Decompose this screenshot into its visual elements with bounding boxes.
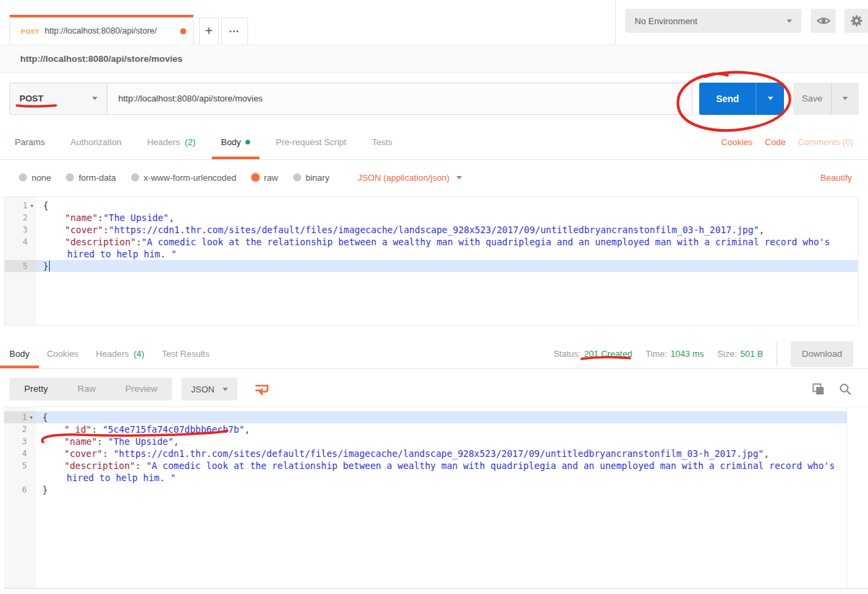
time-value: 1043 ms	[670, 349, 704, 359]
response-body-editor[interactable]: 1▾{2 "_id": "5c4e715fa74c07dbbb6ecb7b",3…	[4, 407, 868, 589]
size-indicator: Size: 501 B	[717, 349, 763, 359]
request-tabs: Params Authorization Headers (2) Body Pr…	[15, 124, 392, 159]
beautify-link[interactable]: Beautify	[820, 173, 852, 183]
section-gap	[0, 326, 868, 339]
radio-raw[interactable]: raw	[251, 173, 278, 183]
tab-authorization[interactable]: Authorization	[71, 124, 122, 159]
chevron-down-icon	[842, 97, 848, 100]
radio-binary[interactable]: binary	[293, 173, 329, 183]
view-raw[interactable]: Raw	[63, 378, 110, 400]
code-line: 1▾{	[4, 411, 868, 423]
footer-strip	[0, 589, 868, 594]
response-language-dropdown[interactable]: JSON	[182, 378, 237, 400]
code-link[interactable]: Code	[765, 137, 786, 147]
tab-body[interactable]: Body	[221, 124, 251, 159]
send-button-group: Send	[699, 83, 784, 115]
cookies-link[interactable]: Cookies	[721, 137, 753, 147]
code-line: 3 "cover":"https://cdn1.thr.com/sites/de…	[5, 224, 858, 236]
size-value: 501 B	[740, 349, 763, 359]
code-line: 6}	[4, 484, 868, 496]
environment-selector[interactable]: No Environment	[625, 9, 801, 33]
view-preview[interactable]: Preview	[110, 378, 172, 400]
app-header: POST http://localhost:8080/api/store/ + …	[0, 0, 868, 44]
method-value: POST	[19, 93, 43, 103]
search-icon[interactable]	[838, 382, 852, 396]
chevron-down-icon	[457, 176, 462, 179]
code-line: 3 "name": "The Upside",	[4, 435, 868, 448]
radio-form-data[interactable]: form-data	[66, 173, 116, 183]
radio-none[interactable]: none	[19, 173, 51, 183]
body-type-row: none form-data x-www-form-urlencoded raw…	[0, 160, 868, 195]
word-wrap-icon	[253, 382, 270, 396]
save-button-group: Save	[793, 83, 859, 115]
breadcrumb: http://localhost:8080/api/store/movies	[0, 44, 868, 73]
response-headers-count-badge: (4)	[134, 349, 145, 359]
request-tab[interactable]: POST http://localhost:8080/api/store/	[9, 15, 194, 44]
response-view-switcher: Pretty Raw Preview	[9, 378, 172, 400]
environment-label: No Environment	[635, 16, 697, 26]
code-line: 5}	[5, 260, 858, 272]
status-indicator: Status: 201 Created	[553, 349, 632, 359]
save-button[interactable]: Save	[793, 83, 831, 115]
send-options-button[interactable]	[756, 83, 784, 115]
request-bar: POST http://localhost:8080/api/store/mov…	[0, 73, 868, 124]
body-has-content-dot-icon	[245, 140, 250, 144]
scrollbar-track[interactable]	[846, 407, 868, 588]
headers-count-badge: (2)	[185, 137, 196, 147]
code-line: 2 "name":"The Upside",	[5, 212, 858, 224]
tab-response-cookies[interactable]: Cookies	[47, 339, 79, 368]
content-type-dropdown[interactable]: JSON (application/json)	[358, 173, 463, 183]
radio-icon	[131, 173, 139, 181]
new-tab-button[interactable]: +	[199, 17, 219, 44]
divider	[777, 342, 777, 366]
response-meta: Status: 201 Created Time: 1043 ms Size: …	[553, 339, 853, 368]
tab-pre-request-script[interactable]: Pre-request Script	[276, 124, 346, 159]
tab-headers[interactable]: Headers (2)	[147, 124, 196, 159]
settings-button[interactable]	[844, 9, 868, 33]
unsaved-changes-dot-icon	[180, 28, 186, 34]
chevron-down-icon	[92, 97, 97, 100]
send-button[interactable]: Send	[699, 83, 756, 115]
code-line: 5 "description": "A comedic look at the …	[4, 460, 868, 484]
tab-response-headers[interactable]: Headers (4)	[96, 339, 145, 368]
status-value: 201 Created	[584, 349, 633, 359]
tab-params[interactable]: Params	[15, 124, 45, 159]
tab-url-label: http://localhost:8080/api/store/	[44, 26, 175, 36]
response-tools	[812, 382, 852, 396]
header-divider	[615, 0, 616, 44]
response-tabs-row: Body Cookies Headers (4) Test Results St…	[0, 339, 868, 369]
response-toolbar: Pretty Raw Preview JSON	[0, 369, 868, 407]
download-button[interactable]: Download	[791, 341, 853, 367]
save-options-button[interactable]	[831, 83, 859, 115]
comments-link[interactable]: Comments (0)	[798, 137, 853, 147]
tab-method-label: POST	[21, 28, 39, 35]
code-line: 4 "cover": "https://cdn1.thr.com/sites/d…	[4, 448, 868, 460]
response-tabs: Body Cookies Headers (4) Test Results	[9, 339, 209, 368]
gear-icon	[849, 13, 864, 28]
radio-icon	[293, 173, 301, 181]
copy-icon[interactable]	[812, 382, 825, 396]
tab-test-results[interactable]: Test Results	[162, 339, 210, 368]
environment-preview-button[interactable]	[811, 9, 836, 33]
radio-icon	[19, 173, 27, 181]
chevron-down-icon	[223, 388, 228, 391]
view-pretty[interactable]: Pretty	[9, 378, 63, 400]
chevron-down-icon	[768, 97, 773, 100]
radio-selected-icon	[251, 173, 260, 181]
code-line: 4 "description":"A comedic look at the r…	[5, 236, 858, 260]
radio-x-www-form-urlencoded[interactable]: x-www-form-urlencoded	[131, 173, 237, 183]
url-value: http://localhost:8080/api/store/movies	[118, 93, 263, 103]
time-indicator: Time: 1043 ms	[645, 349, 704, 359]
wrap-lines-button[interactable]	[253, 382, 270, 396]
request-tabs-row: Params Authorization Headers (2) Body Pr…	[0, 124, 868, 160]
more-tabs-button[interactable]: •••	[221, 17, 248, 44]
method-dropdown[interactable]: POST	[9, 83, 108, 115]
eye-icon	[816, 15, 831, 26]
breadcrumb-url: http://localhost:8080/api/store/movies	[20, 54, 183, 64]
request-links: Cookies Code Comments (0)	[721, 124, 853, 159]
url-input[interactable]: http://localhost:8080/api/store/movies	[108, 83, 693, 115]
tab-tests[interactable]: Tests	[372, 124, 392, 159]
request-body-editor[interactable]: 1▾{2 "name":"The Upside",3 "cover":"http…	[4, 196, 859, 326]
tab-response-body[interactable]: Body	[9, 339, 30, 368]
radio-icon	[66, 173, 74, 181]
